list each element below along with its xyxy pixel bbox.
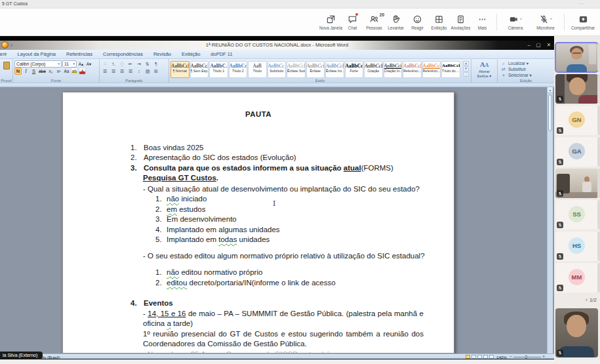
decrease-indent-button[interactable]: [127, 60, 134, 68]
change-styles-button[interactable]: AA Alterar Estilos ▾: [471, 59, 498, 83]
participant-tile-avatar[interactable]: SS: [555, 200, 598, 230]
tab-exibicao[interactable]: Exibição: [176, 51, 205, 57]
styles-expand[interactable]: ⌄: [463, 72, 469, 77]
align-center-button[interactable]: [110, 68, 117, 75]
scrollbar-thumb[interactable]: [548, 94, 552, 131]
align-left-button[interactable]: [101, 68, 109, 75]
microphone-button[interactable]: ˅ Microfone: [530, 10, 561, 34]
style-enfase[interactable]: AaBbCcDiÊnfase: [306, 61, 325, 78]
line-spacing-button[interactable]: [135, 68, 143, 75]
find-button[interactable]: ⌕Localizar ▾: [501, 60, 553, 66]
participant-tile-avatar[interactable]: GA: [555, 137, 598, 167]
zoom-out-button[interactable]: −: [510, 354, 512, 359]
show-marks-button[interactable]: [152, 60, 160, 68]
select-button[interactable]: ⌖Selecionar ▾: [501, 72, 553, 78]
word-minimize-button[interactable]: –: [527, 41, 530, 49]
tab-layout-da-pagina[interactable]: Layout da Página: [12, 51, 61, 57]
pagination-prev-icon[interactable]: ‹: [586, 296, 588, 303]
superscript-button[interactable]: x²: [55, 68, 62, 75]
borders-button[interactable]: [152, 68, 160, 75]
align-right-button[interactable]: [118, 68, 126, 75]
change-case-button[interactable]: Aa: [63, 68, 70, 75]
more-button[interactable]: Mais: [471, 10, 493, 34]
zoom-in-button[interactable]: +: [542, 354, 545, 359]
sort-button[interactable]: [144, 60, 151, 68]
participant-tile-avatar[interactable]: GN: [555, 106, 598, 135]
tab-inserir[interactable]: serir: [0, 51, 12, 57]
style-citacao-intensa[interactable]: AaBbCcDiCitação In...: [384, 61, 403, 78]
participant-tile-avatar[interactable]: HS: [555, 232, 598, 261]
italic-button[interactable]: I: [22, 68, 30, 75]
tab-revisao[interactable]: Revisão: [148, 51, 176, 57]
people-button[interactable]: 20 Pessoas: [363, 10, 385, 34]
style-subtitulo[interactable]: AaBbCc.Subtítulo: [268, 61, 287, 78]
notes-button[interactable]: Anotações: [450, 10, 471, 34]
style-enfase-sutil[interactable]: AaBbCcDiÊnfase Sutil: [287, 61, 306, 78]
notes-label: Anotações: [451, 26, 471, 30]
view-button[interactable]: Exibição: [428, 10, 450, 34]
word-restore-button[interactable]: ▢: [536, 41, 541, 49]
window-more-icon[interactable]: ⋯: [578, 1, 584, 7]
tab-correspondencias[interactable]: Correspondências: [98, 51, 148, 57]
scrollbar-up-arrow[interactable]: ▲: [548, 87, 553, 93]
style-forte[interactable]: AaBbCcDiForte: [345, 61, 364, 78]
format-painter-icon[interactable]: [3, 62, 10, 70]
share-button[interactable]: Compartilhar: [568, 10, 598, 34]
view-outline-button[interactable]: [483, 355, 488, 359]
multilevel-list-button[interactable]: [118, 60, 126, 68]
participant-tile-video[interactable]: [555, 74, 598, 104]
self-video-tile[interactable]: [555, 308, 598, 357]
font-color-button[interactable]: A: [79, 68, 86, 75]
microphone-chevron-icon[interactable]: ˅: [550, 17, 553, 21]
increase-indent-button[interactable]: [135, 60, 143, 68]
tab-referencias[interactable]: Referências: [61, 51, 98, 57]
tab-dopdf[interactable]: doPDF 11: [205, 51, 237, 57]
bold-button[interactable]: N: [14, 68, 22, 75]
style-titulo2[interactable]: AaBbCcTítulo 2: [229, 61, 248, 78]
word-vertical-scrollbar[interactable]: ▲: [547, 87, 553, 354]
justify-button[interactable]: [127, 68, 134, 75]
grow-font-button[interactable]: A▴: [77, 60, 85, 68]
replace-button[interactable]: ⇄Substituir: [501, 66, 553, 72]
style-normal[interactable]: AaBbCcDc¶ Normal: [170, 61, 190, 78]
text-highlight-button[interactable]: ab: [71, 68, 78, 75]
styles-scroll-down[interactable]: ▼: [463, 66, 469, 71]
camera-chevron-icon[interactable]: ˅: [520, 17, 523, 21]
style-sem-espaco[interactable]: AaBbCcDc¶ Sem Esp...: [190, 61, 209, 78]
word-close-button[interactable]: ✕: [547, 41, 551, 49]
raise-hand-button[interactable]: Levantar: [385, 10, 407, 34]
style-titulo-do-livro[interactable]: AaBbCcDiTítulo do ...: [441, 61, 460, 78]
style-titulo[interactable]: AaBTítulo: [248, 61, 267, 78]
participant-tile-video[interactable]: [555, 43, 598, 72]
style-enfase-intensa[interactable]: AaBbCcDiÊnfase Int...: [325, 61, 344, 78]
view-print-layout-button[interactable]: [466, 355, 470, 359]
view-web-layout-button[interactable]: [477, 355, 482, 359]
document-page[interactable]: PAUTA 1.Boas vindas 2025 2.Apresentação …: [62, 92, 454, 354]
underline-button[interactable]: S: [30, 68, 37, 75]
participant-tile-avatar[interactable]: MM: [555, 263, 598, 293]
style-referencia-sutil[interactable]: AaBbCcDiReferênci...: [403, 61, 422, 78]
subscript-button[interactable]: x₂: [47, 68, 54, 75]
camera-button[interactable]: ˅ Câmera: [500, 10, 530, 34]
react-smiley-icon: [412, 14, 422, 24]
view-draft-button[interactable]: [489, 355, 494, 359]
zoom-level[interactable]: 140%: [496, 355, 507, 359]
strikethrough-button[interactable]: abe: [38, 68, 47, 75]
shrink-font-button[interactable]: A▾: [85, 60, 92, 68]
font-size-select[interactable]: 11▾: [62, 60, 77, 68]
styles-scroll-up[interactable]: ▲: [463, 61, 469, 66]
zoom-slider-knob[interactable]: [525, 355, 527, 359]
view-fullscreen-button[interactable]: [471, 355, 476, 359]
chat-button[interactable]: Chat: [342, 10, 363, 34]
style-titulo1[interactable]: AaBbC.Título 1: [209, 61, 228, 78]
bullets-button[interactable]: [101, 60, 109, 68]
react-button[interactable]: Reagir: [407, 10, 428, 34]
new-window-button[interactable]: Nova Janela: [320, 10, 342, 34]
font-name-select[interactable]: Calibri (Corpo)▾: [14, 60, 62, 68]
numbering-button[interactable]: [110, 60, 117, 68]
zoom-slider[interactable]: [513, 357, 541, 357]
participant-tile-video[interactable]: [555, 169, 598, 198]
shading-button[interactable]: [144, 68, 151, 75]
style-referencia-intensa[interactable]: AaBbCcDiReferênci...: [422, 61, 441, 78]
style-citacao[interactable]: AaBbCcDiCitação: [364, 61, 383, 78]
